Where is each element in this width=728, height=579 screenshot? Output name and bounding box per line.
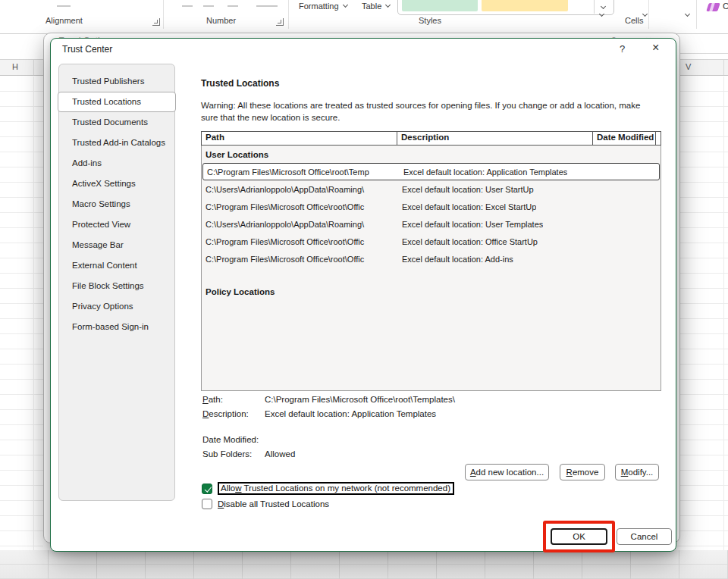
allow-network-checkbox-row[interactable]: Allow Trusted Locations on my network (n…: [202, 482, 454, 495]
warning-line-1: Warning: All these locations are treated…: [201, 101, 640, 110]
table-row[interactable]: C:\Program Files\Microsoft Office\root\T…: [202, 163, 660, 180]
excel-ribbon: Alignment Number Styles Cells Formatting…: [0, 0, 728, 34]
table-header: Path Description Date Modified: [201, 131, 661, 146]
chevron-down-icon: [601, 5, 607, 11]
group-divider: [696, 0, 697, 29]
row-path: C:\Program Files\Microsoft Office\root\O…: [202, 255, 398, 264]
chevron-down-icon: [343, 3, 349, 9]
sidebar-item-protected-view[interactable]: Protected View: [59, 214, 174, 235]
column-divider: [33, 60, 34, 75]
column-divider: [33, 77, 34, 550]
sidebar-item-external-content[interactable]: External Content: [59, 255, 174, 276]
sidebar-item-add-ins[interactable]: Add-ins: [59, 153, 174, 174]
checkbox-checked-icon[interactable]: [202, 484, 212, 494]
add-new-location-button[interactable]: Add new location...: [465, 464, 549, 480]
icon-fragment: [203, 0, 214, 7]
worksheet-cells-bottom: [0, 550, 728, 579]
row-description: Excel default location: Application Temp…: [400, 167, 567, 177]
icon-fragment: [182, 0, 193, 7]
user-locations-section-label: User Locations: [202, 146, 661, 163]
cancel-button[interactable]: Cancel: [617, 528, 672, 545]
column-divider: [723, 77, 724, 550]
ok-button[interactable]: OK: [551, 528, 607, 545]
column-header-h[interactable]: H: [0, 59, 43, 76]
row-description: Excel default location: User StartUp: [398, 185, 534, 194]
format-as-table-button[interactable]: Table: [362, 1, 391, 11]
row-description: Excel default location: Excel StartUp: [398, 202, 536, 211]
sidebar-item-trusted-documents[interactable]: Trusted Documents: [59, 112, 174, 133]
row-description: Excel default location: Office StartUp: [398, 237, 538, 246]
column-header-strip: [655, 131, 661, 146]
format-as-table-label: Table: [362, 2, 381, 11]
disable-all-checkbox-row[interactable]: Disable all Trusted Locations: [202, 499, 329, 509]
clear-button-label[interactable]: Cle: [723, 2, 728, 11]
clear-eraser-icon[interactable]: [706, 3, 720, 11]
help-icon[interactable]: ?: [620, 43, 625, 55]
remove-button[interactable]: Remove: [560, 464, 605, 480]
delete-chevron-icon[interactable]: [642, 12, 648, 18]
row-path: C:\Program Files\Microsoft Office\root\T…: [203, 167, 400, 177]
row-description: Excel default location: Add-ins: [398, 255, 513, 264]
description-value: Excel default location: Application Temp…: [265, 409, 436, 418]
description-label: Description:: [202, 409, 249, 418]
trust-center-sidebar: Trusted Publishers Trusted Locations Tru…: [58, 64, 175, 501]
close-icon[interactable]: ×: [652, 41, 659, 55]
allow-network-label: Allow Trusted Locations on my network (n…: [218, 482, 454, 495]
sidebar-item-form-based-sign-in[interactable]: Form-based Sign-in: [59, 317, 174, 337]
column-header-date-modified[interactable]: Date Modified: [592, 131, 656, 146]
column-header-description[interactable]: Description: [397, 131, 593, 146]
insert-chevron-icon[interactable]: [599, 12, 605, 18]
number-dialog-launcher-icon[interactable]: [276, 18, 284, 26]
column-header-v[interactable]: V: [677, 59, 728, 76]
sidebar-item-trusted-locations[interactable]: Trusted Locations: [58, 92, 176, 112]
warning-text: Warning: All these locations are treated…: [201, 99, 664, 124]
sidebar-item-activex-settings[interactable]: ActiveX Settings: [59, 174, 174, 194]
sub-folders-value: Allowed: [265, 449, 295, 459]
sidebar-item-message-bar[interactable]: Message Bar: [59, 235, 174, 255]
page-title: Trusted Locations: [201, 78, 279, 89]
number-group-label: Number: [206, 16, 236, 25]
cell-styles-gallery[interactable]: [397, 0, 614, 15]
trust-center-dialog: Trust Center ? × Trusted Publishers Trus…: [50, 38, 676, 552]
checkbox-unchecked-icon[interactable]: [202, 499, 212, 509]
row-path: C:\Program Files\Microsoft Office\root\O…: [202, 237, 398, 246]
sidebar-item-file-block-settings[interactable]: File Block Settings: [59, 276, 174, 296]
disable-all-label: Disable all Trusted Locations: [218, 499, 329, 509]
sidebar-item-trusted-addin-catalogs[interactable]: Trusted Add-in Catalogs: [59, 133, 174, 153]
alignment-group-label: Alignment: [46, 16, 83, 25]
icon-fragment: [57, 0, 71, 7]
date-modified-label: Date Modified:: [202, 435, 259, 444]
worksheet-cells-left: [0, 77, 43, 550]
icon-fragment: [256, 0, 278, 7]
table-row[interactable]: C:\Program Files\Microsoft Office\root\O…: [202, 250, 661, 268]
table-row[interactable]: C:\Program Files\Microsoft Office\root\O…: [202, 198, 661, 215]
conditional-formatting-button[interactable]: Formatting: [299, 1, 349, 11]
table-row[interactable]: C:\Users\Adrianloppolo\AppData\Roaming\ …: [202, 215, 661, 233]
table-body: User Locations C:\Program Files\Microsof…: [201, 145, 661, 391]
column-header-path[interactable]: Path: [201, 131, 397, 146]
table-row[interactable]: C:\Users\Adrianloppolo\AppData\Roaming\ …: [202, 180, 661, 198]
style-swatch-good[interactable]: [402, 0, 478, 11]
modify-button[interactable]: Modify...: [615, 464, 659, 480]
sub-folders-label: Sub Folders:: [202, 449, 252, 459]
conditional-formatting-label: Formatting: [299, 2, 339, 11]
worksheet-cells-right: [677, 77, 728, 550]
styles-group-label: Styles: [419, 16, 441, 25]
style-swatch-neutral[interactable]: [482, 0, 568, 11]
sidebar-item-trusted-publishers[interactable]: Trusted Publishers: [59, 71, 174, 92]
row-path: C:\Program Files\Microsoft Office\root\O…: [202, 202, 398, 211]
table-row[interactable]: C:\Program Files\Microsoft Office\root\O…: [202, 233, 661, 250]
path-label: Path:: [202, 395, 223, 404]
row-path: C:\Users\Adrianloppolo\AppData\Roaming\: [202, 185, 398, 194]
dialog-title: Trust Center: [62, 44, 112, 55]
alignment-dialog-launcher-icon[interactable]: [152, 18, 160, 26]
chevron-down-icon: [385, 3, 391, 9]
row-description: Excel default location: User Templates: [398, 220, 543, 229]
sidebar-item-macro-settings[interactable]: Macro Settings: [59, 194, 174, 214]
row-path: C:\Users\Adrianloppolo\AppData\Roaming\: [202, 220, 398, 229]
icon-fragment: [228, 0, 238, 7]
format-chevron-icon[interactable]: [685, 12, 691, 18]
sidebar-item-privacy-options[interactable]: Privacy Options: [59, 296, 174, 317]
group-divider: [163, 0, 164, 29]
warning-line-2: sure that the new location is secure.: [201, 113, 340, 122]
